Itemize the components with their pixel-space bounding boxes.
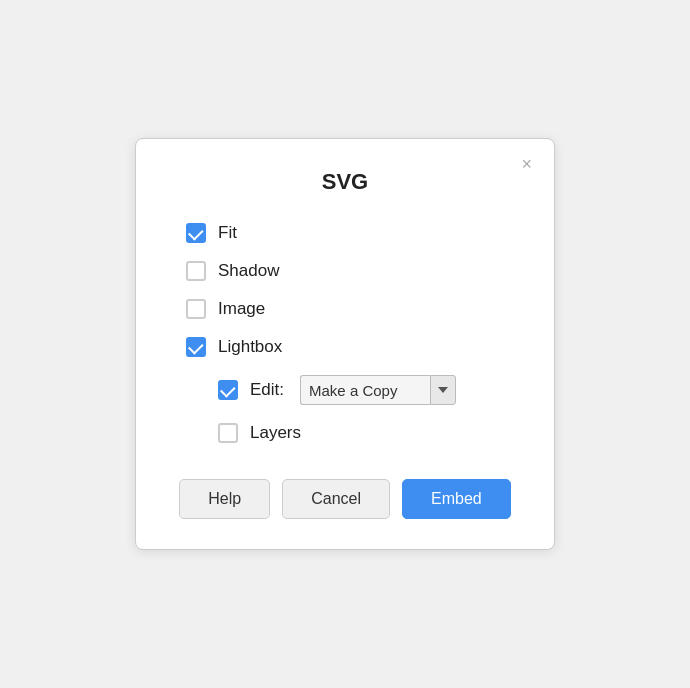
- fit-option-row: Fit: [186, 223, 514, 243]
- embed-button[interactable]: Embed: [402, 479, 511, 519]
- button-row: Help Cancel Embed: [176, 479, 514, 519]
- shadow-label: Shadow: [218, 261, 279, 281]
- layers-label: Layers: [250, 423, 301, 443]
- lightbox-checkbox[interactable]: [186, 337, 206, 357]
- fit-label: Fit: [218, 223, 237, 243]
- help-button[interactable]: Help: [179, 479, 270, 519]
- image-checkbox[interactable]: [186, 299, 206, 319]
- cancel-button[interactable]: Cancel: [282, 479, 390, 519]
- edit-checkbox[interactable]: [218, 380, 238, 400]
- edit-dropdown[interactable]: Make a Copy Edit Original View Only: [300, 375, 430, 405]
- fit-checkbox[interactable]: [186, 223, 206, 243]
- image-option-row: Image: [186, 299, 514, 319]
- dialog-title: SVG: [176, 169, 514, 195]
- layers-option-row: Layers: [186, 423, 514, 443]
- lightbox-option-row: Lightbox: [186, 337, 514, 357]
- image-label: Image: [218, 299, 265, 319]
- close-button[interactable]: ×: [515, 153, 538, 175]
- svg-dialog: × SVG Fit Shadow Image Lightbox Edit:: [135, 138, 555, 550]
- dropdown-arrow-button[interactable]: [430, 375, 456, 405]
- options-list: Fit Shadow Image Lightbox Edit: Make a C…: [176, 223, 514, 443]
- shadow-option-row: Shadow: [186, 261, 514, 281]
- edit-option-row: Edit: Make a Copy Edit Original View Onl…: [186, 375, 514, 405]
- layers-checkbox[interactable]: [218, 423, 238, 443]
- edit-label: Edit:: [250, 380, 284, 400]
- lightbox-label: Lightbox: [218, 337, 282, 357]
- shadow-checkbox[interactable]: [186, 261, 206, 281]
- edit-dropdown-wrapper: Make a Copy Edit Original View Only: [300, 375, 456, 405]
